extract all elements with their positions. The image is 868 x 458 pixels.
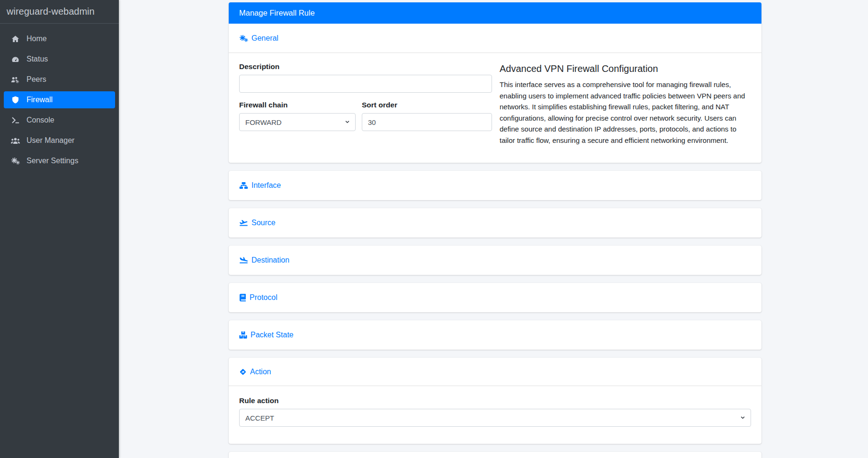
sidebar-item-console[interactable]: Console bbox=[4, 112, 115, 129]
users-icon bbox=[9, 137, 22, 144]
next-card-partial bbox=[229, 452, 761, 458]
section-protocol-header: Protocol bbox=[229, 283, 761, 312]
network-wired-icon bbox=[239, 182, 248, 189]
section-action-card: Action Rule action ACCEPT bbox=[229, 358, 761, 444]
chain-sort-row: Firewall chain FORWARD Sort order bbox=[239, 101, 492, 139]
general-form-body: Description Firewall chain FORWARD bbox=[229, 53, 761, 163]
info-panel: Advanced VPN Firewall Configuration This… bbox=[500, 62, 751, 153]
section-general-label: General bbox=[251, 34, 278, 43]
home-icon bbox=[9, 35, 22, 43]
section-source-card: Source bbox=[229, 208, 761, 238]
section-action-header: Action bbox=[229, 358, 761, 386]
description-label: Description bbox=[239, 62, 492, 71]
section-packet-state-toggle[interactable]: Packet State bbox=[239, 331, 294, 339]
sidebar-item-label: Firewall bbox=[27, 96, 53, 104]
section-source-label: Source bbox=[251, 219, 276, 227]
general-form-fields: Description Firewall chain FORWARD bbox=[239, 62, 492, 153]
plane-arrival-icon bbox=[239, 256, 248, 264]
section-packet-state-card: Packet State bbox=[229, 320, 761, 350]
plane-departure-icon bbox=[239, 219, 248, 227]
action-form-body: Rule action ACCEPT bbox=[229, 386, 761, 444]
book-icon bbox=[239, 294, 246, 301]
section-general-toggle[interactable]: General bbox=[239, 34, 278, 43]
description-input[interactable] bbox=[239, 75, 492, 93]
section-destination-toggle[interactable]: Destination bbox=[239, 256, 289, 264]
section-protocol-label: Protocol bbox=[250, 293, 277, 302]
sort-order-group: Sort order bbox=[362, 101, 492, 131]
rule-action-label: Rule action bbox=[239, 396, 751, 405]
panel-title: Manage Firewall Rule bbox=[239, 9, 315, 18]
boxes-stacked-icon bbox=[239, 331, 247, 339]
rule-action-group: Rule action ACCEPT bbox=[239, 396, 751, 427]
sidebar-item-server-settings[interactable]: Server Settings bbox=[4, 152, 115, 169]
section-general-header: General bbox=[229, 24, 761, 53]
section-interface-card: Interface bbox=[229, 171, 761, 200]
sidebar: wireguard-webadmin Home Status Peers Fi bbox=[0, 0, 119, 458]
section-action-label: Action bbox=[250, 368, 271, 376]
sidebar-item-home[interactable]: Home bbox=[4, 30, 115, 47]
sidebar-item-firewall[interactable]: Firewall bbox=[4, 91, 115, 108]
tachometer-icon bbox=[9, 56, 22, 63]
terminal-icon bbox=[9, 117, 22, 123]
section-destination-header: Destination bbox=[229, 246, 761, 275]
shield-icon bbox=[9, 96, 22, 104]
section-packet-state-header: Packet State bbox=[229, 320, 761, 350]
section-interface-toggle[interactable]: Interface bbox=[239, 181, 281, 190]
sidebar-nav: Home Status Peers Firewall Console bbox=[0, 24, 119, 169]
sidebar-item-label: Server Settings bbox=[27, 157, 78, 165]
users-gear-icon bbox=[9, 76, 22, 83]
section-protocol-card: Protocol bbox=[229, 283, 761, 312]
sidebar-item-status[interactable]: Status bbox=[4, 51, 115, 68]
cogs-icon bbox=[9, 157, 22, 165]
firewall-chain-group: Firewall chain FORWARD bbox=[239, 101, 356, 131]
info-paragraph: This interface serves as a comprehensive… bbox=[500, 79, 751, 146]
panel-header: Manage Firewall Rule bbox=[229, 2, 761, 24]
section-source-header: Source bbox=[229, 208, 761, 238]
section-interface-header: Interface bbox=[229, 171, 761, 200]
section-packet-state-label: Packet State bbox=[251, 331, 294, 339]
sidebar-item-label: Console bbox=[27, 116, 54, 124]
diamond-turn-right-icon bbox=[239, 368, 247, 376]
rule-action-select[interactable]: ACCEPT bbox=[239, 409, 751, 427]
sidebar-item-user-manager[interactable]: User Manager bbox=[4, 132, 115, 149]
brand[interactable]: wireguard-webadmin bbox=[0, 0, 119, 24]
section-protocol-toggle[interactable]: Protocol bbox=[239, 293, 277, 302]
section-source-toggle[interactable]: Source bbox=[239, 219, 276, 227]
main-content: Manage Firewall Rule General Description… bbox=[119, 0, 868, 458]
info-heading: Advanced VPN Firewall Configuration bbox=[500, 63, 751, 74]
cogs-icon bbox=[239, 35, 248, 42]
firewall-chain-label: Firewall chain bbox=[239, 101, 356, 109]
section-action-toggle[interactable]: Action bbox=[239, 368, 271, 376]
section-interface-label: Interface bbox=[251, 181, 281, 190]
brand-label: wireguard-webadmin bbox=[7, 6, 95, 17]
firewall-chain-select[interactable]: FORWARD bbox=[239, 113, 356, 131]
section-destination-label: Destination bbox=[251, 256, 289, 264]
description-group: Description bbox=[239, 62, 492, 93]
sidebar-item-label: User Manager bbox=[27, 136, 74, 145]
sidebar-item-peers[interactable]: Peers bbox=[4, 71, 115, 88]
sidebar-item-label: Peers bbox=[27, 75, 46, 84]
section-destination-card: Destination bbox=[229, 246, 761, 275]
sort-order-input[interactable] bbox=[362, 113, 492, 131]
sidebar-item-label: Home bbox=[27, 35, 47, 43]
sidebar-item-label: Status bbox=[27, 55, 48, 63]
sort-order-label: Sort order bbox=[362, 101, 492, 109]
manage-firewall-rule-card: Manage Firewall Rule General Description… bbox=[229, 2, 761, 163]
